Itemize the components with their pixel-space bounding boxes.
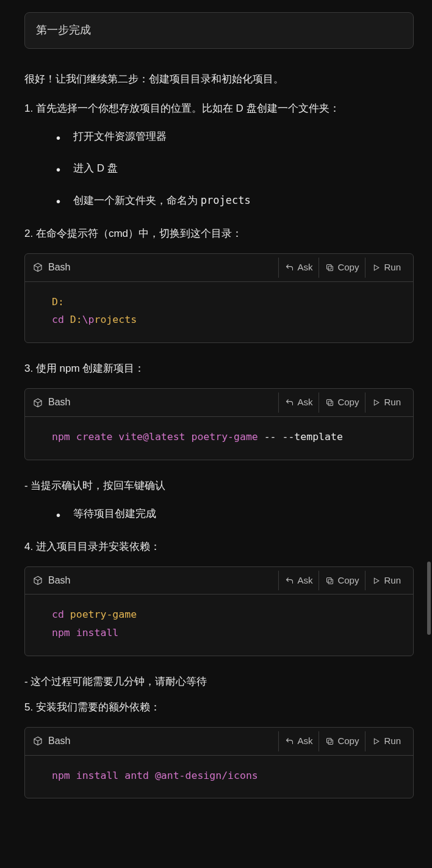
copy-button[interactable]: Copy [319,731,365,751]
code-actions: Ask Copy Run [278,258,407,278]
code-content[interactable]: D: cd D:\projects [25,282,413,342]
code-block: Bash Ask Copy Run cd poetry-game npm ins… [24,566,414,656]
step-4-after: - 这个过程可能需要几分钟，请耐心等待 [24,673,414,690]
play-icon [372,737,381,746]
user-message-text: 第一步完成 [36,24,91,36]
scrollbar-thumb[interactable] [427,562,431,635]
copy-icon [325,737,334,746]
ask-button[interactable]: Ask [278,571,319,591]
step-5-text: 5. 安装我们需要的额外依赖： [24,699,414,716]
svg-rect-5 [327,577,332,582]
list-item: 创建一个新文件夹，命名为 projects [56,192,414,209]
svg-rect-7 [327,738,332,743]
reply-icon [285,263,294,272]
svg-rect-2 [328,401,333,406]
copy-button[interactable]: Copy [319,571,365,591]
svg-rect-1 [327,264,332,269]
code-header: Bash Ask Copy Run [25,389,413,417]
run-button[interactable]: Run [365,731,407,751]
code-actions: Ask Copy Run [278,731,407,751]
cube-icon [32,736,43,747]
step-3-after: - 当提示确认时，按回车键确认 [24,477,414,494]
step-1-text: 1. 首先选择一个你想存放项目的位置。比如在 D 盘创建一个文件夹： [24,100,414,117]
code-block: Bash Ask Copy Run npm create vite@latest… [24,388,414,460]
code-header: Bash Ask Copy Run [25,728,413,756]
copy-button[interactable]: Copy [319,392,365,413]
copy-icon [325,576,334,585]
code-content[interactable]: cd poetry-game npm install [25,595,413,655]
code-content[interactable]: npm install antd @ant-design/icons [25,756,413,798]
reply-icon [285,576,294,585]
list-item: 进入 D 盘 [56,160,414,177]
inline-code: projects [201,194,251,206]
code-language-label: Bash [32,394,70,410]
play-icon [372,398,381,407]
code-actions: Ask Copy Run [278,392,407,413]
code-block: Bash Ask Copy Run D: cd D:\projects [24,253,414,343]
svg-rect-3 [327,400,332,405]
list-item: 打开文件资源管理器 [56,128,414,145]
assistant-intro: 很好！让我们继续第二步：创建项目目录和初始化项目。 [24,71,414,88]
step-3-bullets: 等待项目创建完成 [56,505,414,523]
code-block: Bash Ask Copy Run npm install antd @ant-… [24,727,414,798]
run-button[interactable]: Run [365,258,407,278]
code-header: Bash Ask Copy Run [25,254,413,282]
cube-icon [32,397,43,408]
svg-rect-6 [328,740,333,745]
code-actions: Ask Copy Run [278,571,407,591]
play-icon [372,576,381,585]
svg-rect-4 [328,579,333,584]
ask-button[interactable]: Ask [278,392,319,413]
ask-button[interactable]: Ask [278,258,319,278]
reply-icon [285,398,294,407]
ask-button[interactable]: Ask [278,731,319,751]
cube-icon [32,575,43,586]
step-1-bullets: 打开文件资源管理器 进入 D 盘 创建一个新文件夹，命名为 projects [56,128,414,209]
svg-rect-0 [328,266,333,271]
code-language-label: Bash [32,573,70,588]
assistant-message: 很好！让我们继续第二步：创建项目目录和初始化项目。 1. 首先选择一个你想存放项… [24,71,414,799]
reply-icon [285,737,294,746]
step-2-text: 2. 在命令提示符（cmd）中，切换到这个目录： [24,225,414,242]
run-button[interactable]: Run [365,392,407,413]
copy-icon [325,263,334,272]
code-language-label: Bash [32,733,70,749]
code-language-label: Bash [32,259,70,275]
user-message-box: 第一步完成 [24,12,414,49]
step-4-text: 4. 进入项目目录并安装依赖： [24,538,414,555]
play-icon [372,263,381,272]
cube-icon [32,262,43,273]
copy-button[interactable]: Copy [319,258,365,278]
step-3-text: 3. 使用 npm 创建新项目： [24,360,414,377]
run-button[interactable]: Run [365,571,407,591]
copy-icon [325,398,334,407]
code-content[interactable]: npm create vite@latest poetry-game -- --… [25,417,413,460]
code-header: Bash Ask Copy Run [25,567,413,595]
list-item: 等待项目创建完成 [56,505,414,523]
